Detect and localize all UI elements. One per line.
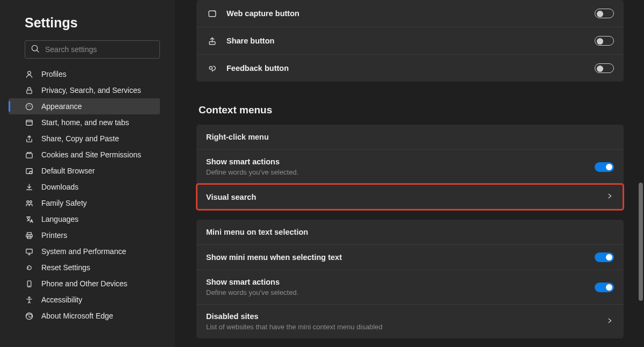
sidebar-item-default-browser[interactable]: Default Browser [9,163,160,179]
phone-icon [25,279,34,288]
row-show-mini-menu[interactable]: Show mini menu when selecting text [196,244,624,270]
sidebar-item-share-copy-and-paste[interactable]: Share, Copy and Paste [9,131,160,147]
sidebar-item-label: About Microsoft Edge [41,312,113,320]
mini-menu-card: Mini menu on text selection Show mini me… [196,220,624,338]
sidebar-item-privacy-search-and-services[interactable]: Privacy, Search, and Services [9,82,160,98]
sidebar-item-label: Family Safety [41,199,87,207]
scrollbar-thumb[interactable] [639,183,643,301]
sidebar-item-label: Languages [41,215,78,223]
search-settings[interactable] [25,40,160,59]
row-share-button[interactable]: Share button [196,27,624,54]
settings-content: Web capture buttonShare buttonFeedback b… [175,0,644,347]
sidebar-item-downloads[interactable]: Downloads [9,179,160,195]
chevron-right-icon [605,316,614,327]
sidebar-item-label: Default Browser [41,167,95,175]
share-icon [25,134,34,143]
right-click-menu-card: Right-click menu Show smart actions Defi… [196,125,624,210]
sidebar-item-accessibility[interactable]: Accessibility [9,292,160,308]
sidebar-item-label: Phone and Other Devices [41,279,127,288]
search-input[interactable] [45,45,154,54]
share2-icon [206,35,218,47]
sidebar-item-label: Appearance [41,102,82,111]
sidebar-item-label: Start, home, and new tabs [41,118,129,127]
toggle-capture[interactable] [595,9,614,18]
sidebar-item-reset-settings[interactable]: Reset Settings [9,259,160,276]
toolbar-buttons-card: Web capture buttonShare buttonFeedback b… [196,0,624,82]
palette-icon [25,102,34,111]
toggle-mini-menu[interactable] [595,252,614,262]
sidebar-item-start-home-and-new-tabs[interactable]: Start, home, and new tabs [9,114,160,131]
row-mini-smart-actions[interactable]: Show smart actions Define words you've s… [196,270,624,304]
settings-sidebar: Settings ProfilesPrivacy, Search, and Se… [0,0,175,347]
capture-icon [206,8,218,19]
sidebar-item-label: Share, Copy and Paste [41,134,119,143]
download-icon [25,183,34,192]
cookies-icon [25,150,34,160]
settings-nav: ProfilesPrivacy, Search, and ServicesApp… [9,66,160,324]
sidebar-item-label: Accessibility [41,295,82,304]
printer-icon [25,231,34,240]
page-title: Settings [25,15,160,31]
edge-icon [25,312,34,321]
system-icon [25,247,34,256]
right-click-menu-header: Right-click menu [196,125,624,149]
family-icon [25,199,34,208]
sidebar-item-about-microsoft-edge[interactable]: About Microsoft Edge [9,308,160,324]
sidebar-item-label: Reset Settings [41,263,90,272]
sidebar-item-printers[interactable]: Printers [9,227,160,243]
chevron-right-icon [605,192,614,203]
reset-icon [25,263,34,272]
toggle-share2[interactable] [595,36,614,46]
sidebar-item-family-safety[interactable]: Family Safety [9,195,160,211]
sidebar-item-system-and-performance[interactable]: System and Performance [9,243,160,259]
lock-icon [25,86,34,95]
toggle-feedback[interactable] [595,63,614,73]
row-feedback-button[interactable]: Feedback button [196,54,624,82]
sidebar-item-label: Printers [41,231,67,240]
browser-icon [25,167,34,176]
sidebar-item-appearance[interactable]: Appearance [9,98,160,114]
row-disabled-sites[interactable]: Disabled sites List of websites that hav… [196,304,624,338]
mini-menu-header: Mini menu on text selection [196,220,624,244]
sidebar-item-label: Cookies and Site Permissions [41,150,141,159]
toggle-mini-smart-actions[interactable] [595,283,614,292]
sidebar-item-label: Profiles [41,70,67,78]
profile-icon [25,70,34,79]
sidebar-item-phone-and-other-devices[interactable]: Phone and Other Devices [9,276,160,292]
tabs-icon [25,118,34,127]
accessibility-icon [25,295,34,305]
sidebar-item-label: System and Performance [41,247,126,256]
section-context-menus: Context menus [199,104,624,116]
search-icon [31,44,40,55]
feedback-icon [206,62,218,74]
row-web-capture-button[interactable]: Web capture button [196,0,624,27]
sidebar-item-languages[interactable]: Languages [9,211,160,227]
sidebar-item-cookies-and-site-permissions[interactable]: Cookies and Site Permissions [9,147,160,163]
row-show-smart-actions[interactable]: Show smart actions Define words you've s… [196,149,624,184]
sidebar-item-label: Privacy, Search, and Services [41,86,141,95]
language-icon [25,215,34,224]
row-visual-search[interactable]: Visual search [196,184,624,210]
sidebar-item-label: Downloads [41,183,78,191]
toggle-smart-actions[interactable] [595,162,614,172]
sidebar-item-profiles[interactable]: Profiles [9,66,160,82]
